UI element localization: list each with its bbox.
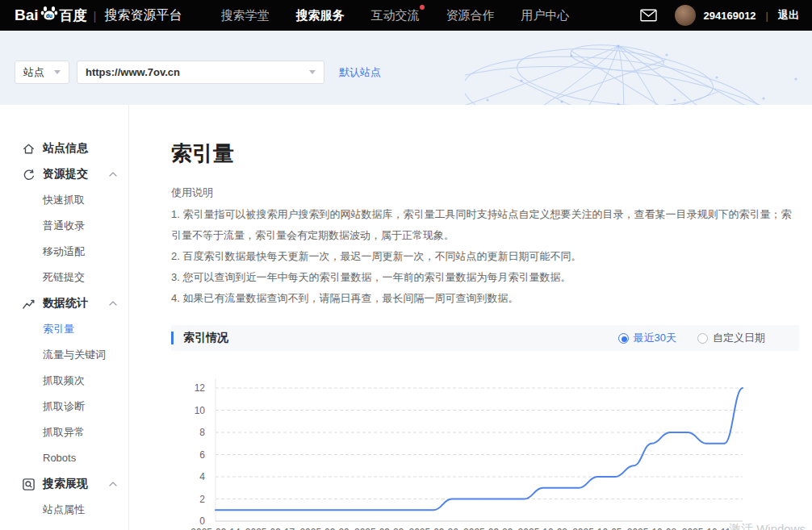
baidu-paw-icon: du: [40, 3, 59, 26]
submit-icon: [22, 168, 36, 182]
sidebar-group-label: 搜索展现: [43, 477, 109, 491]
svg-text:2025-09-23: 2025-09-23: [354, 527, 404, 530]
sidebar-item-快速抓取[interactable]: 快速抓取: [0, 187, 128, 213]
usage-line-4: 4. 如果已有流量数据查询不到，请隔日再查，最长间隔一周可查询到数据。: [171, 288, 799, 309]
svg-text:2025-09-20: 2025-09-20: [299, 527, 349, 530]
mail-icon[interactable]: [640, 9, 657, 22]
topbar-right: 294169012 | 退出: [640, 5, 799, 26]
nav-item-搜索学堂[interactable]: 搜索学堂: [220, 8, 269, 23]
svg-text:2025-09-14: 2025-09-14: [190, 527, 241, 530]
topbar: Bai du 百度 | 搜索资源平台 搜索学堂搜索服务互动交流资源合作用户中心: [0, 0, 812, 31]
usage-line-3: 3. 您可以查询到近一年中每天的索引量数据，一年前的索引量数据为每月索引量数据。: [171, 267, 799, 288]
svg-text:2025-09-17: 2025-09-17: [245, 527, 295, 530]
radio-最近30天[interactable]: 最近30天: [618, 331, 676, 345]
nav-item-资源合作[interactable]: 资源合作: [446, 8, 494, 23]
radio-label: 最近30天: [634, 331, 676, 345]
date-range-radios: 最近30天自定义日期: [597, 331, 765, 345]
chevron-down-icon: [309, 70, 316, 74]
index-chart: 0246810122025-09-142025-09-172025-09-202…: [171, 359, 799, 530]
sidebar-group-label: 站点信息: [43, 141, 117, 156]
usage-title: 使用说明: [171, 186, 799, 200]
user-avatar[interactable]: [675, 5, 696, 26]
sidebar-group-数据统计[interactable]: 数据统计: [0, 290, 128, 316]
svg-text:2025-10-08: 2025-10-08: [627, 527, 677, 530]
sidebar-item-索引量[interactable]: 索引量: [0, 316, 128, 342]
svg-text:du: du: [46, 13, 52, 19]
chevron-up-icon: [109, 301, 117, 306]
sidebar-item-普通收录[interactable]: 普通收录: [0, 213, 128, 239]
search-icon: [22, 478, 36, 491]
sidebar-group-站点信息[interactable]: 站点信息: [0, 136, 128, 161]
baidu-logo-cn: 百度: [60, 6, 87, 25]
sidebar-item-站点属性[interactable]: 站点属性: [0, 497, 128, 523]
globe-decoration: [465, 31, 812, 105]
site-banner: 站点 https://www.7ov.cn 默认站点: [0, 31, 812, 105]
sidebar-item-死链提交[interactable]: 死链提交: [0, 265, 128, 290]
nav-item-互动交流[interactable]: 互动交流: [370, 8, 419, 23]
sidebar-group-资源提交[interactable]: 资源提交: [0, 161, 128, 187]
home-icon: [22, 142, 36, 156]
sidebar-item-抓取诊断[interactable]: 抓取诊断: [0, 394, 128, 419]
index-panel-header: 索引情况 最近30天自定义日期: [171, 325, 799, 351]
svg-text:2025-10-02: 2025-10-02: [518, 527, 568, 530]
svg-text:2025-10-05: 2025-10-05: [572, 527, 622, 530]
svg-text:2025-09-29: 2025-09-29: [463, 527, 513, 530]
usage-notes: 使用说明 1. 索引量指可以被搜索用户搜索到的网站数据库，索引量工具同时支持站点…: [171, 186, 799, 309]
radio-label: 自定义日期: [713, 331, 765, 345]
main-content: 索引量 使用说明 1. 索引量指可以被搜索用户搜索到的网站数据库，索引量工具同时…: [129, 105, 812, 530]
site-url-value: https://www.7ov.cn: [86, 66, 180, 78]
radio-circle-icon: [618, 333, 629, 344]
product-name[interactable]: 搜索资源平台: [104, 7, 182, 24]
sidebar-item-流量与关键词[interactable]: 流量与关键词: [0, 342, 128, 368]
radio-自定义日期[interactable]: 自定义日期: [697, 331, 765, 345]
baidu-logo-latin: Bai: [15, 6, 39, 24]
top-navigation: 搜索学堂搜索服务互动交流资源合作用户中心: [220, 8, 639, 23]
svg-text:12: 12: [195, 382, 206, 394]
page-title: 索引量: [171, 140, 799, 168]
sidebar-item-抓取异常[interactable]: 抓取异常: [0, 419, 128, 445]
sidebar-group-label: 数据统计: [43, 296, 109, 311]
site-url-select[interactable]: https://www.7ov.cn: [77, 61, 324, 84]
sidebar-item-移动适配[interactable]: 移动适配: [0, 239, 128, 265]
sidebar-group-label: 资源提交: [43, 167, 109, 182]
chevron-down-icon: [54, 70, 61, 74]
baidu-logo[interactable]: Bai du 百度: [15, 4, 87, 27]
page-body: 站点信息资源提交快速抓取普通收录移动适配死链提交数据统计索引量流量与关键词抓取频…: [0, 105, 812, 530]
nav-item-搜索服务[interactable]: 搜索服务: [295, 8, 344, 23]
nav-item-用户中心[interactable]: 用户中心: [521, 8, 569, 23]
notification-dot-icon: [420, 5, 425, 10]
user-id: 294169012: [704, 10, 756, 22]
svg-text:6: 6: [199, 449, 205, 461]
line-chart-canvas: 0246810122025-09-142025-09-172025-09-202…: [171, 359, 799, 530]
sidebar-group-搜索展现[interactable]: 搜索展现: [0, 471, 128, 497]
usage-line-1: 1. 索引量指可以被搜索用户搜索到的网站数据库，索引量工具同时支持站点自定义想要…: [171, 204, 799, 246]
svg-text:2: 2: [199, 494, 205, 505]
sidebar: 站点信息资源提交快速抓取普通收录移动适配死链提交数据统计索引量流量与关键词抓取频…: [0, 105, 129, 530]
panel-title: 索引情况: [183, 331, 597, 345]
radio-circle-icon: [697, 333, 708, 344]
topbar-separator: |: [766, 10, 768, 22]
svg-text:2025-09-26: 2025-09-26: [409, 527, 459, 530]
default-site-link[interactable]: 默认站点: [339, 65, 381, 80]
site-selector-row: 站点 https://www.7ov.cn 默认站点: [15, 61, 381, 84]
chevron-up-icon: [109, 172, 117, 177]
stats-icon: [22, 297, 36, 311]
panel-accent-bar: [171, 332, 174, 344]
svg-text:0: 0: [199, 515, 205, 527]
svg-text:10: 10: [195, 405, 206, 416]
logo-divider: |: [94, 9, 97, 23]
logout-link[interactable]: 退出: [778, 8, 799, 23]
svg-text:2025-10-11: 2025-10-11: [682, 527, 731, 530]
usage-line-2: 2. 百度索引数据最快每天更新一次，最迟一周更新一次，不同站点的更新日期可能不同…: [171, 246, 799, 267]
sidebar-item-抓取频次[interactable]: 抓取频次: [0, 368, 128, 394]
svg-text:4: 4: [199, 471, 205, 482]
site-type-select[interactable]: 站点: [15, 61, 69, 84]
svg-text:8: 8: [199, 427, 205, 438]
chevron-up-icon: [109, 482, 117, 486]
sidebar-item-Robots[interactable]: Robots: [0, 445, 128, 471]
site-type-label: 站点: [23, 65, 44, 80]
